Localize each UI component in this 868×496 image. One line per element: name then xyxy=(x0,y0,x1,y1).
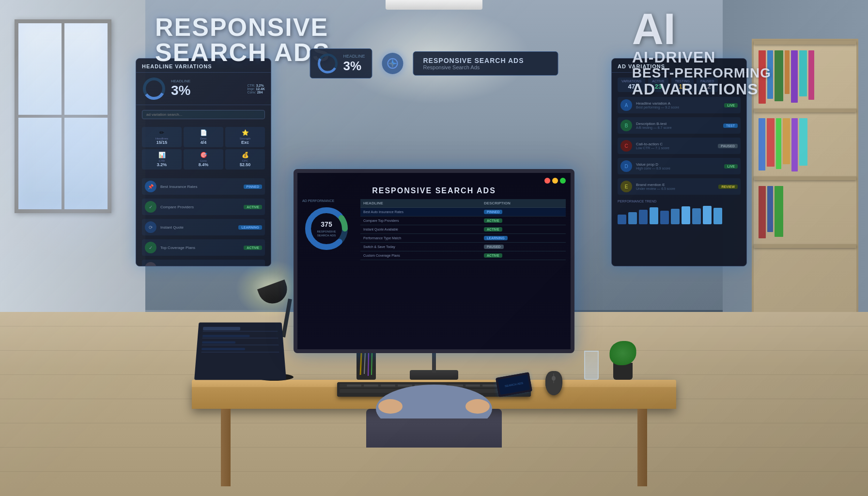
headline-card-text: HEADLINE 3% xyxy=(343,54,365,74)
chart-icon: 📊 xyxy=(144,152,179,158)
panel-left: HEADLINE VARIATIONS HEADLINE 3% CTR: 3.2… xyxy=(136,58,271,266)
svg-rect-60 xyxy=(660,211,669,224)
row-label: Switch & Save xyxy=(160,266,238,267)
row-icon: ⟳ xyxy=(145,221,156,233)
monitor-chart-label: Ad Performance xyxy=(302,199,356,202)
desk-plant-leaves xyxy=(610,341,636,365)
table-header-headline: HEADLINE xyxy=(360,199,481,208)
panel-left-rows: 📌 Best Insurance Rates PINNED ✓ Compare … xyxy=(136,173,271,266)
monitor-btn-close xyxy=(544,178,550,184)
table-cell-headline: Performance Type Match xyxy=(360,234,481,243)
row-icon: E xyxy=(620,181,632,192)
row-sublabel: A/B testing — 8.7 score xyxy=(636,126,719,129)
books-row-2 xyxy=(759,118,807,171)
grid-value: 4/4 xyxy=(186,140,221,145)
grid-item-cost: 💰 CPC $2.50 xyxy=(225,149,265,170)
center-float-elements: HEADLINE 3% RESPONSIVE SEARCH ADS Respon… xyxy=(310,48,558,78)
grid-item-descriptions: 📄 Desc 4/4 xyxy=(184,127,223,147)
table-cell-desc: LEARNING xyxy=(481,234,566,243)
monitor: RESPONSIVE SEARCH ADS Ad Performance 375… xyxy=(294,169,574,353)
svg-rect-12 xyxy=(356,351,376,380)
doc-icon: 📄 xyxy=(186,129,221,136)
svg-rect-59 xyxy=(650,207,658,224)
desk-leg-right xyxy=(637,409,647,486)
responsive-label-line1: RESPONSIVE xyxy=(155,15,330,40)
table-cell-headline: Switch & Save Today xyxy=(360,243,481,251)
bar-chart-svg xyxy=(618,205,729,224)
svg-line-16 xyxy=(372,353,372,375)
svg-line-13 xyxy=(360,353,361,375)
svg-line-15 xyxy=(368,353,369,376)
row-status: TEST xyxy=(723,124,738,128)
pencil-cup-svg xyxy=(356,351,376,380)
grid-item-ctr: 📊 CTR 3.2% xyxy=(142,149,182,170)
monitor-stand xyxy=(432,353,436,372)
status-badge: PINNED xyxy=(484,210,502,214)
row-icon: 📌 xyxy=(145,181,156,192)
chart-label: Performance Trend xyxy=(618,200,741,203)
compass-icon-svg xyxy=(387,58,399,69)
row-icon: B xyxy=(620,120,632,131)
mouse[interactable] xyxy=(545,371,562,395)
ad-variations-label: AD VARIATIONS xyxy=(632,81,771,98)
row-label: Value prop D xyxy=(636,162,720,167)
svg-rect-25 xyxy=(202,348,245,350)
row-label: Instant Quote xyxy=(160,225,234,230)
desk-plant xyxy=(608,341,637,380)
row-label: Brand mention E xyxy=(636,183,714,187)
person-typing xyxy=(361,380,507,418)
list-item: ⟳ Instant Quote LEARNING xyxy=(142,219,265,235)
row-text: Value prop D High conv — 8.9 score xyxy=(636,162,720,170)
headline-metrics: CTR: 3.2% Impr: 12.4K Conv: 284 xyxy=(247,84,265,94)
monitor-controls xyxy=(302,178,566,184)
table-row: Compare Top Providers ACTIVE xyxy=(360,217,566,225)
row-status: PAUSED xyxy=(242,266,262,267)
desk-pad-svg xyxy=(194,323,286,380)
row-label: Call-to-action C xyxy=(636,142,714,146)
row-label: Headline variation A xyxy=(636,101,720,106)
svg-point-53 xyxy=(465,399,490,414)
monitor-title: RESPONSIVE SEARCH ADS xyxy=(302,186,566,195)
ceiling-light xyxy=(361,0,507,19)
svg-point-52 xyxy=(378,399,403,414)
row-icon: ⏸ xyxy=(145,262,156,266)
svg-rect-24 xyxy=(202,341,235,344)
list-item: ✓ Top Coverage Plans ACTIVE xyxy=(142,239,265,256)
grid-item-headlines: ✏ Headlines 15/15 xyxy=(142,127,182,147)
glass xyxy=(584,351,599,380)
status-badge: PAUSED xyxy=(484,245,504,249)
table-cell-desc: ACTIVE xyxy=(481,217,566,225)
grid-value: $2.50 xyxy=(228,162,263,167)
row-sublabel: Low CTR — 7.1 score xyxy=(636,146,714,150)
table-cell-desc: ACTIVE xyxy=(481,251,566,260)
books-row-3 xyxy=(759,186,783,238)
svg-text:375: 375 xyxy=(321,220,332,228)
monitor-content: Ad Performance 375 RESPONSIVE SEARCH ADS xyxy=(302,199,566,260)
person-svg xyxy=(361,380,507,418)
monitor-screen: RESPONSIVE SEARCH ADS Ad Performance 375… xyxy=(297,173,571,349)
ai-big-label: AI xyxy=(632,10,771,49)
row-status: PAUSED xyxy=(718,144,738,148)
table-row: Best Auto Insurance Rates PINNED xyxy=(360,208,566,217)
row-status: REVIEW xyxy=(718,185,738,189)
top-right-label: AI AI-DRIVEN BEST-PERFORMING AD VARIATIO… xyxy=(632,10,771,98)
table-cell-headline: Compare Top Providers xyxy=(360,217,481,225)
row-sublabel: Best performing — 9.2 score xyxy=(636,106,720,109)
row-status: PINNED xyxy=(244,185,262,189)
svg-rect-58 xyxy=(639,210,648,224)
row-text: Brand mention E Under review — 6.5 score xyxy=(636,183,714,190)
row-icon: D xyxy=(620,160,632,172)
list-item: 📌 Best Insurance Rates PINNED xyxy=(142,178,265,195)
desk-leg-left xyxy=(221,409,231,486)
row-text: Description B-test A/B testing — 8.7 sco… xyxy=(636,122,719,129)
headline-card-value: 3% xyxy=(343,59,365,74)
search-input[interactable] xyxy=(142,110,265,119)
status-badge: ACTIVE xyxy=(484,218,502,223)
list-item: A Headline variation A Best performing —… xyxy=(618,97,741,113)
search-bar-content: RESPONSIVE SEARCH ADS Responsive Search … xyxy=(423,57,524,70)
row-status: ACTIVE xyxy=(244,246,262,250)
row-sublabel: High conv — 8.9 score xyxy=(636,167,720,170)
table-row: Instant Quote Available ACTIVE xyxy=(360,225,566,234)
panel-search[interactable] xyxy=(136,105,271,123)
monitor-table-area: HEADLINE DESCRIPTION Best Auto Insurance… xyxy=(360,199,566,260)
